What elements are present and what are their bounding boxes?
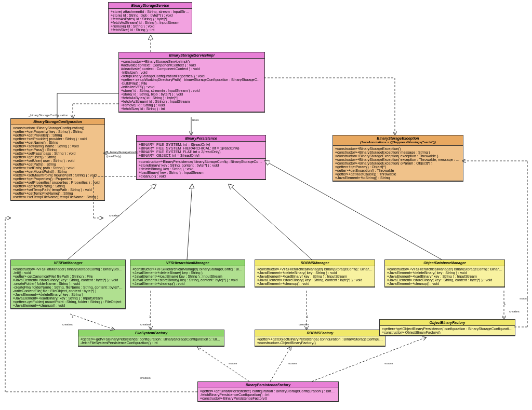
class-title: ObjectBinaryFactory [380,320,515,326]
class-rdbms-manager: RDBMSManager «constructor»+VFSHierarchic… [255,259,375,288]
class-title: RDBMSFactory [255,330,385,336]
class-ops: «getter»+getBinaryPersistence( configura… [198,388,338,402]
class-ops: «constructor»+BinaryPersistence( binaryS… [137,159,265,180]
label-creates: creates [140,376,151,379]
svg-line-21 [270,347,291,381]
class-ops: «constructor»+VFSHierarchicalManager( bi… [255,266,375,287]
svg-line-13 [187,184,192,259]
class-title: ObjectDatabaseManager [385,260,504,266]
class-binary-storage-service: BinaryStorageService +store( attachmentI… [108,2,192,34]
class-title: RDBMSManager [255,260,375,266]
svg-line-20 [197,347,249,381]
label-creates: creates [299,323,309,326]
label-creates: creates [140,323,151,326]
class-binary-persistence-factory: BinaryPersistenceFactory «getter»+getBin… [197,381,339,402]
class-object-binary-factory: ObjectBinaryFactory «getter»+getObjectBi… [379,319,515,336]
label-one: 1 [504,302,506,305]
class-binary-storage-configuration: BinaryStorageConfiguration «constructor»… [10,118,105,201]
class-ops: «getter»+getVFSBinaryPersistence( config… [78,336,224,346]
class-object-database-manager: ObjectDatabaseManager «constructor»+VFSH… [384,259,505,288]
class-ops: «constructor»+VFSHierarchicalManager( bi… [385,266,504,287]
label-use: «use» [288,362,297,365]
class-binary-persistence: BinaryPersistence +BINARY_FILE_SYSTEM: i… [136,135,266,180]
class-title: VFSFlatManager [11,260,125,266]
label-creates: creates [509,310,520,313]
class-rdbms-factory: RDBMSFactory «getter»+getObjectBinaryPer… [255,330,385,347]
class-vfs-flat-manager: VFSFlatManager «constructor»+VFSFlatMana… [10,259,126,309]
label-one: 1 [149,315,151,318]
label-binary-storage-configuration: _binaryStorageConfiguration [29,114,68,117]
class-ops: +store( attachmentId : String, stream : … [109,9,192,33]
label-binary-storage-config: #_binaryStorageConfig [107,151,138,154]
class-ops: «constructor»+BinaryStorageConfiguration… [11,125,104,200]
class-ops: «constructor»+VFSFlatManager( binaryStor… [11,266,125,309]
label-creates: creates [109,214,119,217]
class-title: BinaryPersistence [137,135,265,142]
class-binary-storage-exception: BinaryStorageException {JavaAnnotations … [332,135,463,182]
class-ops: «constructor»+BinaryStorageException() «… [333,146,463,181]
label-use: «use» [520,297,528,300]
label-one: 1 [307,315,308,318]
label-one: 1 [72,315,73,318]
label-uses: uses [192,118,199,121]
class-binary-storage-service-impl: BinaryStorageServiceImpl «constructor»+B… [118,52,265,113]
label-use: «use» [384,362,393,365]
class-file-system-factory: FileSystemFactory «getter»+getVFSBinaryP… [78,330,224,347]
svg-line-16 [70,314,114,330]
class-ops: «constructor»+VFSHierarchicalManager( bi… [130,266,245,287]
class-title: BinaryStorageConfiguration [11,119,104,125]
class-title: BinaryStorageException {JavaAnnotations … [333,135,463,146]
class-vfs-hierarchical-manager: VFSHierarchicalManager «constructor»+VFS… [130,259,245,288]
svg-line-14 [229,184,312,259]
class-title: FileSystemFactory [78,330,224,336]
class-title: BinaryPersistenceFactory [198,382,338,388]
label-use: «use» [229,362,237,365]
class-title: BinaryStorageService [109,3,192,9]
diagram-connectors [0,0,532,410]
class-ops: «constructor»+BinaryStorageServiceImpl()… [119,59,264,112]
class-attrs: +BINARY_FILE_SYSTEM: int = 0{readOnly} +… [137,142,265,159]
label-read-only: {readOnly} [107,155,121,158]
class-ops: «getter»+getObjectBinaryPersistence( con… [380,326,515,336]
class-ops: «getter»+getObjectBinaryPersistence( con… [255,336,385,346]
label-creates: creates [62,323,73,326]
class-title: VFSHierarchicalManager [130,260,245,266]
class-title: BinaryStorageServiceImpl [119,52,264,59]
